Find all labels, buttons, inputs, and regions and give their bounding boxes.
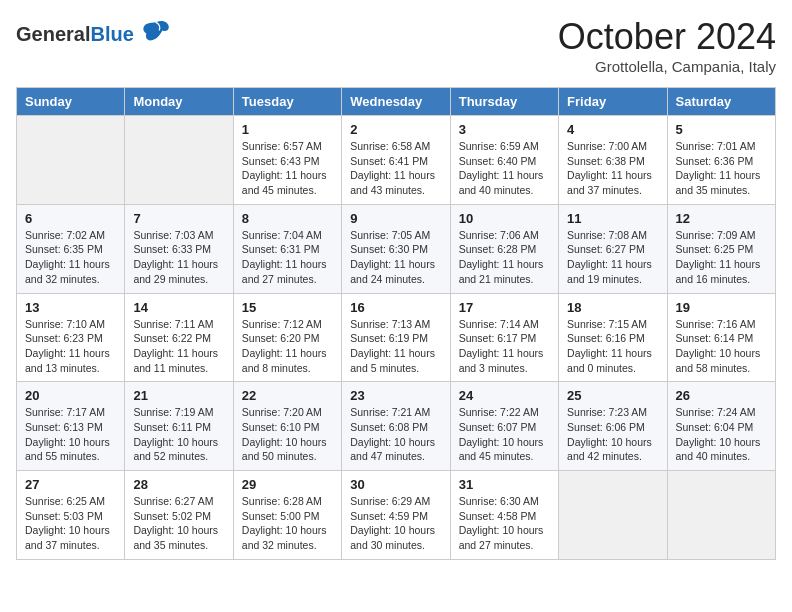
day-info: Sunrise: 7:21 AMSunset: 6:08 PMDaylight:… [350,405,441,464]
col-header-thursday: Thursday [450,88,558,116]
logo-bird-icon [140,16,172,52]
calendar-cell: 5Sunrise: 7:01 AMSunset: 6:36 PMDaylight… [667,116,775,205]
calendar-cell: 14Sunrise: 7:11 AMSunset: 6:22 PMDayligh… [125,293,233,382]
day-number: 11 [567,211,658,226]
calendar-cell: 26Sunrise: 7:24 AMSunset: 6:04 PMDayligh… [667,382,775,471]
day-number: 9 [350,211,441,226]
day-number: 18 [567,300,658,315]
day-number: 29 [242,477,333,492]
week-row-2: 6Sunrise: 7:02 AMSunset: 6:35 PMDaylight… [17,204,776,293]
day-info: Sunrise: 7:16 AMSunset: 6:14 PMDaylight:… [676,317,767,376]
calendar-body: 1Sunrise: 6:57 AMSunset: 6:43 PMDaylight… [17,116,776,560]
col-header-monday: Monday [125,88,233,116]
day-info: Sunrise: 7:24 AMSunset: 6:04 PMDaylight:… [676,405,767,464]
day-number: 19 [676,300,767,315]
logo-general: General [16,23,90,45]
day-number: 1 [242,122,333,137]
day-info: Sunrise: 7:12 AMSunset: 6:20 PMDaylight:… [242,317,333,376]
day-info: Sunrise: 7:19 AMSunset: 6:11 PMDaylight:… [133,405,224,464]
page-header: GeneralBlue October 2024 Grottolella, Ca… [16,16,776,75]
day-info: Sunrise: 7:02 AMSunset: 6:35 PMDaylight:… [25,228,116,287]
calendar-cell: 15Sunrise: 7:12 AMSunset: 6:20 PMDayligh… [233,293,341,382]
day-number: 4 [567,122,658,137]
calendar-cell: 22Sunrise: 7:20 AMSunset: 6:10 PMDayligh… [233,382,341,471]
logo-blue: Blue [90,23,133,45]
day-number: 23 [350,388,441,403]
day-info: Sunrise: 6:59 AMSunset: 6:40 PMDaylight:… [459,139,550,198]
calendar-cell: 19Sunrise: 7:16 AMSunset: 6:14 PMDayligh… [667,293,775,382]
day-number: 16 [350,300,441,315]
day-info: Sunrise: 6:25 AMSunset: 5:03 PMDaylight:… [25,494,116,553]
calendar-cell: 6Sunrise: 7:02 AMSunset: 6:35 PMDaylight… [17,204,125,293]
month-title: October 2024 [558,16,776,58]
col-header-wednesday: Wednesday [342,88,450,116]
calendar-cell: 12Sunrise: 7:09 AMSunset: 6:25 PMDayligh… [667,204,775,293]
logo: GeneralBlue [16,16,172,52]
col-header-friday: Friday [559,88,667,116]
day-info: Sunrise: 7:00 AMSunset: 6:38 PMDaylight:… [567,139,658,198]
day-info: Sunrise: 6:28 AMSunset: 5:00 PMDaylight:… [242,494,333,553]
day-info: Sunrise: 7:04 AMSunset: 6:31 PMDaylight:… [242,228,333,287]
title-area: October 2024 Grottolella, Campania, Ital… [558,16,776,75]
day-info: Sunrise: 7:09 AMSunset: 6:25 PMDaylight:… [676,228,767,287]
day-info: Sunrise: 6:30 AMSunset: 4:58 PMDaylight:… [459,494,550,553]
day-number: 8 [242,211,333,226]
calendar-cell [559,471,667,560]
calendar-cell: 28Sunrise: 6:27 AMSunset: 5:02 PMDayligh… [125,471,233,560]
day-info: Sunrise: 6:57 AMSunset: 6:43 PMDaylight:… [242,139,333,198]
day-info: Sunrise: 7:08 AMSunset: 6:27 PMDaylight:… [567,228,658,287]
column-headers: SundayMondayTuesdayWednesdayThursdayFrid… [17,88,776,116]
day-info: Sunrise: 7:15 AMSunset: 6:16 PMDaylight:… [567,317,658,376]
day-info: Sunrise: 7:20 AMSunset: 6:10 PMDaylight:… [242,405,333,464]
calendar-cell: 21Sunrise: 7:19 AMSunset: 6:11 PMDayligh… [125,382,233,471]
day-number: 30 [350,477,441,492]
day-number: 25 [567,388,658,403]
day-info: Sunrise: 7:05 AMSunset: 6:30 PMDaylight:… [350,228,441,287]
calendar-cell: 4Sunrise: 7:00 AMSunset: 6:38 PMDaylight… [559,116,667,205]
day-number: 5 [676,122,767,137]
day-number: 31 [459,477,550,492]
calendar-cell: 27Sunrise: 6:25 AMSunset: 5:03 PMDayligh… [17,471,125,560]
calendar-cell: 31Sunrise: 6:30 AMSunset: 4:58 PMDayligh… [450,471,558,560]
day-info: Sunrise: 7:23 AMSunset: 6:06 PMDaylight:… [567,405,658,464]
calendar-cell: 25Sunrise: 7:23 AMSunset: 6:06 PMDayligh… [559,382,667,471]
calendar-cell: 18Sunrise: 7:15 AMSunset: 6:16 PMDayligh… [559,293,667,382]
day-number: 15 [242,300,333,315]
day-info: Sunrise: 6:27 AMSunset: 5:02 PMDaylight:… [133,494,224,553]
calendar-cell: 13Sunrise: 7:10 AMSunset: 6:23 PMDayligh… [17,293,125,382]
day-info: Sunrise: 7:03 AMSunset: 6:33 PMDaylight:… [133,228,224,287]
week-row-3: 13Sunrise: 7:10 AMSunset: 6:23 PMDayligh… [17,293,776,382]
day-info: Sunrise: 7:10 AMSunset: 6:23 PMDaylight:… [25,317,116,376]
calendar-cell: 8Sunrise: 7:04 AMSunset: 6:31 PMDaylight… [233,204,341,293]
day-number: 20 [25,388,116,403]
day-info: Sunrise: 7:13 AMSunset: 6:19 PMDaylight:… [350,317,441,376]
day-info: Sunrise: 7:06 AMSunset: 6:28 PMDaylight:… [459,228,550,287]
calendar-cell [125,116,233,205]
day-number: 2 [350,122,441,137]
day-number: 12 [676,211,767,226]
col-header-sunday: Sunday [17,88,125,116]
location: Grottolella, Campania, Italy [558,58,776,75]
calendar-cell: 1Sunrise: 6:57 AMSunset: 6:43 PMDaylight… [233,116,341,205]
day-number: 6 [25,211,116,226]
day-number: 26 [676,388,767,403]
calendar-cell: 16Sunrise: 7:13 AMSunset: 6:19 PMDayligh… [342,293,450,382]
calendar-cell: 10Sunrise: 7:06 AMSunset: 6:28 PMDayligh… [450,204,558,293]
calendar-cell [17,116,125,205]
calendar-cell: 11Sunrise: 7:08 AMSunset: 6:27 PMDayligh… [559,204,667,293]
calendar-cell [667,471,775,560]
calendar-table: SundayMondayTuesdayWednesdayThursdayFrid… [16,87,776,560]
calendar-cell: 9Sunrise: 7:05 AMSunset: 6:30 PMDaylight… [342,204,450,293]
day-number: 28 [133,477,224,492]
day-number: 24 [459,388,550,403]
day-number: 27 [25,477,116,492]
week-row-5: 27Sunrise: 6:25 AMSunset: 5:03 PMDayligh… [17,471,776,560]
day-number: 17 [459,300,550,315]
calendar-cell: 20Sunrise: 7:17 AMSunset: 6:13 PMDayligh… [17,382,125,471]
day-info: Sunrise: 7:01 AMSunset: 6:36 PMDaylight:… [676,139,767,198]
day-number: 7 [133,211,224,226]
calendar-cell: 3Sunrise: 6:59 AMSunset: 6:40 PMDaylight… [450,116,558,205]
calendar-cell: 29Sunrise: 6:28 AMSunset: 5:00 PMDayligh… [233,471,341,560]
calendar-cell: 24Sunrise: 7:22 AMSunset: 6:07 PMDayligh… [450,382,558,471]
day-number: 13 [25,300,116,315]
